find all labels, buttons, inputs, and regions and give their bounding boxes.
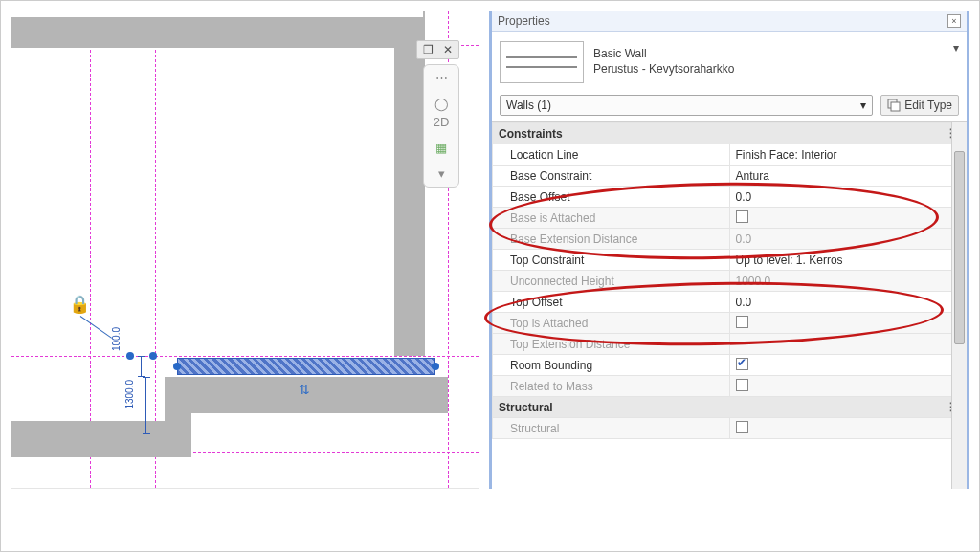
property-value-cell[interactable]: 0.0 — [729, 292, 967, 313]
property-value-cell — [729, 313, 967, 334]
viewcube-mode-label: 2D — [434, 115, 450, 129]
checkbox — [736, 316, 748, 328]
property-name: Top is Attached — [493, 313, 730, 334]
restore-view-icon[interactable]: ❐ — [423, 43, 434, 56]
drawing-canvas[interactable]: ⇅ 100.0 1300.0 🔒 ❐ ✕ ⋯ ◯ 2D ▦ ▾ — [11, 11, 479, 489]
property-name: Base Extension Distance — [493, 229, 730, 250]
property-group-header[interactable]: Constraints☰ — [493, 123, 967, 144]
checkbox — [736, 421, 748, 433]
property-value-cell[interactable]: 0.0 — [729, 187, 967, 208]
properties-grid: Constraints☰Location LineFinish Face: In… — [492, 121, 967, 489]
chevron-down-icon[interactable]: ▾ — [953, 41, 959, 55]
navigation-bar: ⋯ ◯ 2D ▦ ▾ — [423, 64, 459, 188]
nav-expand-icon[interactable]: ▾ — [438, 166, 445, 181]
checkbox — [736, 379, 748, 391]
property-name: Related to Mass — [493, 376, 730, 397]
property-group-header[interactable]: Structural☰ — [493, 397, 967, 418]
chevron-down-icon: ▾ — [860, 99, 866, 112]
dimension-bracket — [145, 377, 153, 434]
edit-type-label: Edit Type — [904, 99, 952, 112]
selected-wall[interactable] — [177, 358, 435, 375]
properties-palette: Properties × Basic Wall Perustus - Kevyt… — [489, 11, 969, 489]
property-value-cell[interactable]: Finish Face: Interior — [729, 144, 967, 166]
property-value-cell — [729, 334, 967, 355]
type-name-label: Perustus - Kevytsoraharkko — [593, 62, 734, 77]
type-thumbnail — [500, 41, 584, 83]
flip-control-icon[interactable]: ⇅ — [299, 382, 310, 397]
property-name: Top Offset — [493, 292, 730, 313]
property-name: Structural — [493, 418, 730, 439]
property-value-cell — [729, 376, 967, 397]
wall-control-handle[interactable] — [126, 352, 134, 360]
edit-type-button[interactable]: Edit Type — [880, 95, 959, 116]
property-name: Base Offset — [493, 187, 730, 208]
view-window-controls: ❐ ✕ — [416, 40, 459, 59]
checkbox — [736, 210, 748, 223]
property-value-cell[interactable] — [729, 355, 967, 376]
instance-filter-dropdown[interactable]: Walls (1) ▾ — [500, 95, 873, 116]
nav-options-icon[interactable]: ⋯ — [435, 71, 448, 85]
type-selector[interactable]: Basic Wall Perustus - Kevytsoraharkko ▾ — [492, 32, 967, 93]
property-name: Top Constraint — [493, 250, 730, 271]
property-value-cell — [729, 208, 967, 229]
svg-rect-1 — [891, 102, 900, 111]
property-name: Location Line — [493, 144, 730, 166]
wall-control-handle[interactable] — [149, 352, 157, 360]
edit-type-icon — [887, 99, 901, 112]
property-value-cell[interactable]: Up to level: 1. Kerros — [729, 250, 967, 271]
checkbox[interactable] — [736, 358, 748, 370]
nav-tool-icon[interactable]: ▦ — [435, 141, 447, 155]
dimension-bracket — [141, 356, 148, 377]
wall-endpoint-handle[interactable] — [432, 363, 439, 370]
gridline — [90, 11, 91, 488]
close-view-icon[interactable]: ✕ — [443, 43, 453, 56]
property-value-cell: 1000.0 — [729, 271, 967, 292]
dimension-label[interactable]: 1300.0 — [124, 380, 135, 409]
property-value-cell — [729, 418, 967, 439]
property-name: Room Bounding — [493, 355, 730, 376]
close-icon[interactable]: × — [947, 14, 961, 28]
instance-filter-label: Walls (1) — [506, 99, 551, 112]
properties-title: Properties — [498, 14, 550, 28]
viewcube-icon[interactable]: ◯ — [434, 97, 449, 111]
dimension-label[interactable]: 100.0 — [111, 327, 122, 351]
vertical-scrollbar[interactable] — [951, 122, 967, 489]
wall-endpoint-handle[interactable] — [173, 363, 181, 370]
lock-icon[interactable]: 🔒 — [69, 294, 90, 315]
gridline — [11, 356, 479, 357]
property-name: Top Extension Distance — [493, 334, 730, 355]
property-name: Base Constraint — [493, 166, 730, 187]
property-value-cell: 0.0 — [729, 229, 967, 250]
property-name: Unconnected Height — [493, 271, 730, 292]
gridline — [155, 11, 156, 488]
property-value-cell[interactable]: Antura — [729, 166, 967, 187]
type-family-label: Basic Wall — [593, 47, 734, 62]
property-name: Base is Attached — [493, 208, 730, 229]
